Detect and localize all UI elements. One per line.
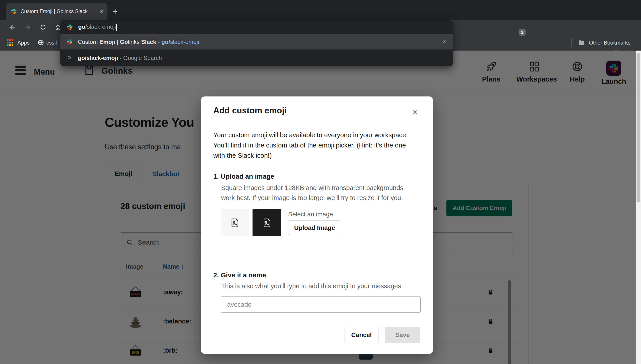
step2-description: This is also what you’ll type to add thi… (221, 281, 417, 291)
close-icon[interactable]: × (411, 108, 419, 117)
emoji-name-input[interactable]: avocado (221, 296, 421, 312)
suggestion-search[interactable]: go/slack-emoji - Google Search (61, 50, 453, 66)
scrollbar-thumb[interactable] (636, 53, 640, 202)
url-typed: go (78, 24, 85, 30)
omnibox-popup: go/slack-emoji Custom Emoji | Golinks Sl… (61, 20, 453, 66)
bookmark-apps[interactable]: Apps (18, 40, 30, 46)
save-button[interactable]: Save (385, 327, 420, 343)
suggestion-navigate[interactable]: Custom Emoji | Golinks Slack - go/slack-… (61, 34, 453, 50)
browser-tab[interactable]: Custom Emoji | Golinks Slack × (6, 3, 108, 20)
url-completion: /slack-emoji (85, 24, 116, 30)
browser-scrollbar[interactable] (636, 50, 641, 364)
slack-favicon (11, 9, 17, 14)
step1-description: Square images under 128KB and with trans… (221, 183, 417, 203)
tab-title: Custom Emoji | Golinks Slack (21, 8, 100, 14)
forward-icon[interactable] (24, 24, 31, 30)
select-image-label: Select an image (288, 211, 333, 218)
add-custom-emoji-modal: Add custom emoji × Your custom emoji wil… (201, 96, 433, 354)
other-bookmarks-label[interactable]: Other Bookmarks (589, 40, 630, 46)
emoji-preview-dark (253, 209, 281, 236)
slack-favicon (67, 24, 73, 30)
modal-title: Add custom emoji (213, 106, 287, 116)
search-icon (67, 56, 72, 60)
globe-icon[interactable] (38, 39, 44, 46)
folder-icon (578, 39, 585, 46)
tab-strip: Custom Emoji | Golinks Slack × (0, 0, 641, 20)
modal-divider (213, 252, 421, 252)
new-tab-button[interactable]: + (113, 7, 118, 16)
extension-badge: 2 (518, 28, 526, 36)
cancel-button[interactable]: Cancel (345, 327, 378, 343)
screen: Menu Golinks Plans (0, 0, 641, 364)
bookmarks-divider (571, 38, 572, 47)
step2-heading: 2. Give it a name (213, 271, 266, 279)
tab-close-icon[interactable]: × (100, 8, 104, 14)
text-cursor (116, 24, 117, 31)
apps-grid-icon[interactable] (7, 39, 14, 46)
slack-favicon (67, 40, 72, 44)
bookmark-css[interactable]: css-l (46, 40, 57, 46)
image-placeholder-icon (230, 218, 240, 228)
image-placeholder-icon (262, 218, 272, 228)
emoji-preview-light (221, 209, 249, 236)
modal-intro-text: Your custom emoji will be available to e… (213, 130, 415, 160)
upload-image-button[interactable]: Upload Image (288, 220, 341, 235)
step1-heading: 1. Upload an image (213, 173, 274, 180)
reload-icon[interactable] (40, 24, 46, 30)
remove-suggestion-icon[interactable]: × (443, 38, 446, 46)
back-icon[interactable] (9, 24, 16, 30)
address-bar[interactable]: go/slack-emoji (61, 20, 453, 34)
